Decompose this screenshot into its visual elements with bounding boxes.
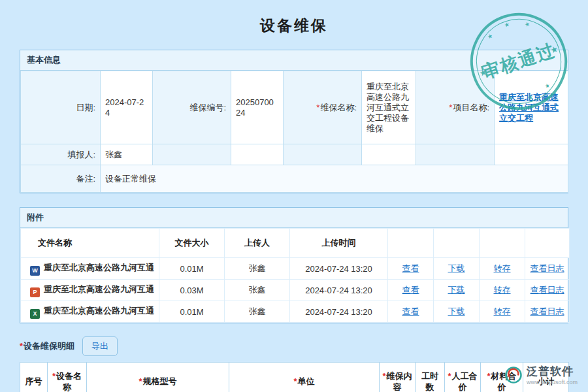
required-asterisk: * (139, 376, 142, 386)
empty-label-cell (153, 144, 231, 165)
upload-time: 2024-07-24 13:20 (290, 280, 388, 301)
required-asterisk: * (20, 341, 23, 351)
required-asterisk: * (293, 376, 297, 386)
maintenance-name-label-text: 维保名称: (320, 103, 357, 112)
upload-time: 2024-07-24 13:20 (290, 301, 388, 323)
uploader: 张鑫 (225, 301, 290, 323)
download-link[interactable]: 下载 (448, 306, 465, 316)
fanpu-logo-icon (504, 366, 523, 384)
project-name-label: *项目名称: (416, 71, 495, 144)
detail-section-title: *设备维保明细 (20, 340, 74, 352)
page-title: 设备维保 (20, 0, 568, 36)
file-name: 重庆至北京高速公路九河互通 (44, 263, 154, 272)
detail-table: 序号 *设备名称 *规格型号 *单位 *维保内容 工时数 *人工合价 *材料合价… (20, 362, 569, 392)
empty-value-cell (231, 144, 284, 165)
col-seq: 序号 (20, 363, 48, 392)
file-name-cell: X重庆至北京高速公路九河互通 (21, 301, 159, 323)
required-asterisk: * (487, 371, 490, 381)
watermark-text: 泛普软件 www.fanpusoft.com (527, 364, 578, 385)
col-file-size: 文件大小 (159, 229, 225, 258)
equipment-maintenance-page: 设备维保 ★ ★ ★ ★ ★ ★ ★ ★ 审核通过 基本信息 日期: 2024-… (0, 0, 588, 392)
empty-value-cell (495, 144, 568, 165)
required-asterisk: * (316, 103, 319, 112)
project-name-label-text: 项目名称: (453, 103, 489, 112)
brand-name: 泛普软件 (527, 364, 574, 379)
project-name-link[interactable]: 重庆至北京高速公路九河互通式立交工程 (499, 92, 559, 123)
required-asterisk: * (448, 371, 451, 381)
file-size: 0.03M (159, 280, 225, 301)
view-log-link[interactable]: 查看日志 (531, 285, 564, 295)
col-label: 规格型号 (143, 376, 177, 386)
col-action (388, 229, 434, 258)
view-log-link[interactable]: 查看日志 (531, 306, 564, 316)
col-upload-time: 上传时间 (290, 229, 388, 258)
col-equipment-name: *设备名称 (48, 363, 87, 392)
attachments-header: 附件 (20, 208, 568, 228)
remark-label: 备注: (21, 165, 101, 193)
brand-watermark: 泛普软件 www.fanpusoft.com (504, 364, 578, 385)
brand-url: www.fanpusoft.com (527, 379, 578, 385)
transfer-link[interactable]: 转存 (494, 263, 511, 273)
code-value: 2025070024 (231, 71, 284, 144)
file-name: 重庆至北京高速公路九河互通 (44, 284, 154, 294)
col-action (434, 229, 480, 258)
detail-section-head: *设备维保明细 导出 (20, 336, 568, 356)
download-link[interactable]: 下载 (448, 263, 465, 273)
file-name: 重庆至北京高速公路九河互通 (44, 306, 154, 316)
file-name-cell: P重庆至北京高速公路九河互通 (21, 280, 159, 301)
ppt-file-icon: P (30, 287, 40, 297)
file-size: 0.01M (159, 301, 225, 323)
detail-header-row: 序号 *设备名称 *规格型号 *单位 *维保内容 工时数 *人工合价 *材料合价… (20, 363, 569, 392)
view-log-link[interactable]: 查看日志 (531, 263, 564, 273)
view-link[interactable]: 查看 (402, 263, 419, 273)
col-label: 设备名称 (56, 371, 82, 392)
required-asterisk: * (382, 371, 385, 381)
col-spec-model: *规格型号 (87, 363, 229, 392)
detail-title-text: 设备维保明细 (24, 341, 74, 351)
col-uploader: 上传人 (225, 229, 290, 258)
maintenance-name-label: *维保名称: (284, 71, 362, 144)
view-link[interactable]: 查看 (402, 285, 419, 295)
maintenance-name-value: 重庆至北京高速公路九河互通式立交工程设备维保 (362, 71, 416, 144)
attachment-row: X重庆至北京高速公路九河互通 0.01M 张鑫 2024-07-24 13:20… (21, 301, 570, 323)
empty-label-cell (416, 144, 495, 165)
view-link[interactable]: 查看 (402, 306, 419, 316)
attachment-row: P重庆至北京高速公路九河互通 0.03M 张鑫 2024-07-24 13:20… (21, 280, 570, 301)
basic-info-table: 日期: 2024-07-24 维保编号: 2025070024 *维保名称: 重… (20, 71, 568, 193)
required-asterisk: * (52, 371, 56, 381)
col-label: 单位 (298, 376, 315, 386)
uploader: 张鑫 (225, 280, 290, 301)
uploader: 张鑫 (225, 258, 290, 280)
empty-value-cell (362, 144, 416, 165)
col-labor-total: *人工合价 (445, 363, 481, 392)
reporter-label: 填报人: (21, 144, 101, 165)
upload-time: 2024-07-24 13:20 (290, 258, 388, 280)
download-link[interactable]: 下载 (448, 285, 465, 295)
file-size: 0.01M (159, 258, 225, 280)
basic-info-header: 基本信息 (20, 50, 568, 71)
transfer-link[interactable]: 转存 (494, 285, 511, 295)
col-work-hours: 工时数 (416, 363, 445, 392)
remark-value: 设备正常维保 (101, 165, 568, 193)
empty-label-cell (284, 144, 362, 165)
attachments-header-row: 文件名称 文件大小 上传人 上传时间 (21, 229, 570, 258)
attachment-row: W重庆至北京高速公路九河互通 0.01M 张鑫 2024-07-24 13:20… (21, 258, 570, 280)
project-name-cell: 重庆至北京高速公路九河互通式立交工程 (495, 71, 568, 144)
code-label: 维保编号: (153, 71, 231, 144)
date-label: 日期: (21, 71, 101, 144)
basic-info-section: 基本信息 日期: 2024-07-24 维保编号: 2025070024 *维保… (20, 50, 568, 193)
col-file-name: 文件名称 (21, 229, 159, 258)
export-button[interactable]: 导出 (82, 336, 118, 356)
required-asterisk: * (449, 103, 452, 112)
col-action (525, 229, 570, 258)
excel-file-icon: X (30, 309, 40, 319)
attachments-table: 文件名称 文件大小 上传人 上传时间 W重庆至北京高速公路九河互通 0.01M … (20, 228, 570, 323)
col-maintenance-content: *维保内容 (380, 363, 416, 392)
col-unit: *单位 (229, 363, 380, 392)
col-label: 维保内容 (387, 371, 412, 392)
reporter-value: 张鑫 (101, 144, 153, 165)
transfer-link[interactable]: 转存 (494, 306, 511, 316)
file-name-cell: W重庆至北京高速公路九河互通 (21, 258, 159, 280)
attachments-section: 附件 文件名称 文件大小 上传人 上传时间 W重庆至北京高速公路九河互通 0.0… (20, 207, 568, 323)
col-label: 人工合价 (452, 371, 478, 392)
